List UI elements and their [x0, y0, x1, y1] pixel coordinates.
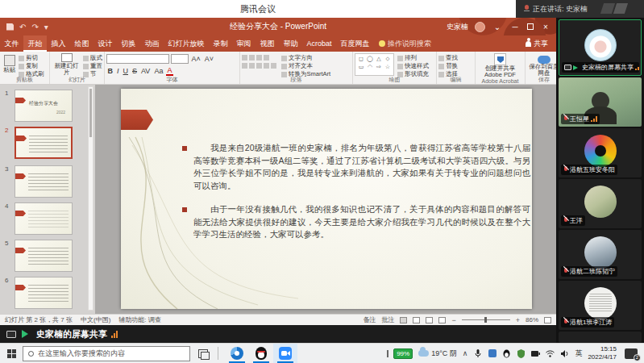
- minimize-button[interactable]: ─: [509, 23, 521, 31]
- grow-font-icon[interactable]: A˄: [190, 55, 202, 63]
- meeting-titlebar[interactable]: 腾讯会议: [0, 0, 516, 18]
- numbering-icon[interactable]: [249, 55, 255, 60]
- align-center-icon[interactable]: [249, 63, 255, 69]
- accessibility-status[interactable]: 辅助功能: 调查: [118, 315, 160, 324]
- battery-indicator[interactable]: 99%: [387, 348, 413, 359]
- qat-dropdown-icon[interactable]: ▾: [44, 23, 48, 31]
- italic-button[interactable]: I: [116, 67, 121, 75]
- tray-mic-icon[interactable]: [473, 349, 482, 358]
- participant-tile[interactable]: 港航1班李江涛: [559, 281, 642, 330]
- thumbnail-5[interactable]: 5: [5, 240, 73, 272]
- tell-me-search[interactable]: 操作说明搜索: [374, 35, 436, 52]
- shrink-font-icon[interactable]: A˅: [203, 55, 214, 63]
- tray-qq-icon[interactable]: [502, 349, 511, 358]
- wifi-icon[interactable]: [546, 349, 555, 358]
- tab-baidu-pan[interactable]: 百度网盘: [336, 35, 374, 52]
- slide-thumbnail-panel[interactable]: 1 经验分享大会 2022 2 3 4: [0, 85, 95, 314]
- participant-tile[interactable]: 王洋: [559, 179, 642, 228]
- tray-app-icon[interactable]: [488, 349, 497, 358]
- thumbnail-4[interactable]: 4: [5, 202, 73, 235]
- align-right-icon[interactable]: [256, 63, 262, 69]
- tab-acrobat[interactable]: Acrobat: [302, 35, 336, 52]
- start-button[interactable]: [0, 344, 23, 363]
- indent-increase-icon[interactable]: [264, 55, 269, 60]
- reading-view-icon[interactable]: [426, 317, 433, 323]
- font-size-box[interactable]: [171, 54, 189, 64]
- justify-icon[interactable]: [264, 63, 269, 69]
- text-direction-button[interactable]: 文字方向: [281, 54, 330, 62]
- account-avatar[interactable]: [475, 22, 485, 32]
- tab-view[interactable]: 视图: [256, 35, 279, 52]
- undo-icon[interactable]: ↶: [19, 23, 26, 31]
- reset-button[interactable]: 重置: [83, 62, 102, 70]
- normal-view-icon[interactable]: [400, 317, 407, 323]
- zoom-in-button[interactable]: +: [516, 316, 520, 324]
- create-share-pdf-button[interactable]: 创建并共享 Adobe PDF: [477, 53, 523, 79]
- red-banner-shape[interactable]: [121, 110, 153, 130]
- participant-tile-sharing[interactable]: 史家楠的屏幕共享: [559, 19, 642, 76]
- underline-button[interactable]: U: [122, 67, 130, 75]
- zoom-slider[interactable]: [462, 319, 510, 320]
- ribbon-display-button[interactable]: ⌄: [492, 23, 503, 31]
- tray-battery-icon[interactable]: [531, 349, 540, 358]
- taskbar-search-input[interactable]: 在这里输入你要搜索的内容: [23, 346, 190, 361]
- account-name[interactable]: 史家楠: [447, 22, 468, 32]
- tab-help[interactable]: 帮助: [279, 35, 302, 52]
- participant-tile-partial[interactable]: [559, 332, 642, 343]
- share-button[interactable]: 共享: [517, 35, 556, 52]
- replace-button[interactable]: 替换: [438, 62, 473, 70]
- tray-expand-icon[interactable]: ∧: [463, 349, 468, 357]
- align-left-icon[interactable]: [242, 63, 247, 69]
- tab-transitions[interactable]: 切换: [117, 35, 140, 52]
- slide-text-block[interactable]: 我是来自20级港航一班的史家楠，排名为年级第八，曾获得江苏省高等学校第十八届高等…: [182, 142, 530, 252]
- redo-icon[interactable]: ↷: [31, 23, 38, 31]
- comments-button[interactable]: 批注: [381, 315, 394, 324]
- tab-review[interactable]: 审阅: [232, 35, 256, 52]
- new-slide-button[interactable]: 新建幻灯片: [52, 53, 81, 76]
- align-text-button[interactable]: 对齐文本: [281, 62, 330, 70]
- change-case-icon[interactable]: Aa: [153, 67, 164, 75]
- zoom-level[interactable]: 86%: [526, 316, 538, 323]
- slideshow-view-icon[interactable]: [438, 317, 446, 323]
- thumbnail-3[interactable]: 3: [5, 165, 73, 198]
- thumbnail-6[interactable]: 6: [5, 277, 73, 309]
- fit-to-window-icon[interactable]: [544, 317, 551, 323]
- thumbnail-scrollbar[interactable]: [88, 86, 93, 311]
- ime-indicator[interactable]: 英: [575, 348, 582, 359]
- font-name-box[interactable]: [106, 54, 169, 64]
- paste-button[interactable]: 粘贴: [2, 53, 17, 76]
- weather-widget[interactable]: 19°C 阴: [418, 348, 457, 359]
- taskbar-app-qq[interactable]: [249, 344, 273, 363]
- find-button[interactable]: 查找: [438, 54, 473, 62]
- notification-center-icon[interactable]: 2: [625, 348, 638, 359]
- tab-file[interactable]: 文件: [0, 35, 23, 52]
- arrange-button[interactable]: 排列: [397, 54, 429, 62]
- thumbnail-1[interactable]: 1 经验分享大会 2022: [5, 90, 73, 122]
- clock[interactable]: 15:15 2022/4/17: [588, 345, 617, 362]
- participant-tile-video[interactable]: 王恒星: [559, 77, 642, 127]
- participant-tile[interactable]: 港航二班陈韬宁: [559, 230, 642, 279]
- restore-button[interactable]: [527, 23, 534, 30]
- language-indicator[interactable]: 中文(中国): [81, 315, 110, 324]
- tray-security-icon[interactable]: [517, 349, 526, 358]
- strikethrough-button[interactable]: S: [131, 67, 139, 75]
- zoom-out-button[interactable]: −: [451, 316, 455, 324]
- tab-animations[interactable]: 动画: [140, 35, 164, 52]
- columns-icon[interactable]: [271, 63, 276, 69]
- thumbnail-2-selected[interactable]: 2: [5, 127, 73, 159]
- close-button[interactable]: ×: [540, 23, 551, 31]
- tab-draw[interactable]: 绘图: [70, 35, 93, 52]
- bullets-icon[interactable]: [242, 55, 247, 60]
- font-color-button[interactable]: A: [166, 66, 173, 76]
- quick-styles-button[interactable]: 快速样式: [397, 62, 429, 70]
- tab-home[interactable]: 开始: [23, 35, 47, 52]
- task-view-button[interactable]: [198, 349, 208, 358]
- bold-button[interactable]: B: [106, 67, 114, 75]
- tab-slideshow[interactable]: 幻灯片放映: [164, 35, 209, 52]
- taskbar-app-browser[interactable]: [225, 344, 249, 363]
- tab-record[interactable]: 录制: [209, 35, 232, 52]
- shape-gallery[interactable]: ◻◯△⬦ ▭◠⇨☆: [355, 53, 394, 76]
- layout-button[interactable]: 版式: [83, 54, 102, 62]
- notes-button[interactable]: 备注: [363, 315, 376, 324]
- taskbar-app-meeting[interactable]: [273, 344, 297, 363]
